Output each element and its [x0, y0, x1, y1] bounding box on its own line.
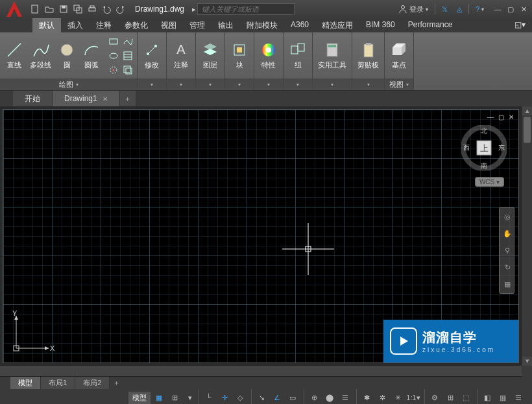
layout-tab-1[interactable]: 布局1	[41, 377, 75, 389]
dd-icon[interactable]: ▾	[183, 391, 197, 404]
lock-icon[interactable]: ⬚	[459, 391, 473, 404]
custom-icon[interactable]: ☰	[511, 391, 526, 404]
properties-button[interactable]: 特性	[257, 40, 280, 71]
help-icon[interactable]: ? ▾	[473, 4, 487, 14]
tab-featured[interactable]: 精选应用	[315, 18, 359, 32]
ws-icon[interactable]: ⚙	[428, 391, 442, 404]
tab-parametric[interactable]: 参数化	[118, 18, 154, 32]
new-tab-button[interactable]: ＋	[120, 91, 136, 106]
ribbon-collapse-icon[interactable]: ◱▾	[508, 18, 532, 32]
saveas-icon[interactable]	[71, 3, 84, 16]
undo-icon[interactable]	[100, 3, 113, 16]
anno-icon[interactable]: ✱	[359, 391, 374, 404]
clipboard-button[interactable]: 剪贴板	[355, 40, 381, 71]
tpy-icon[interactable]: ☰	[338, 391, 352, 404]
signin-button[interactable]: 登录 ▾	[396, 3, 431, 16]
ortho-icon[interactable]: └	[202, 391, 216, 404]
otrack-icon[interactable]: ∠	[270, 391, 284, 404]
lwt-icon[interactable]: ⬤	[322, 391, 337, 404]
new-icon[interactable]	[29, 3, 42, 16]
zoom-icon[interactable]: ⚲	[501, 244, 514, 257]
tab-output[interactable]: 输出	[212, 18, 240, 32]
redo-icon[interactable]	[114, 3, 127, 16]
dyn-icon[interactable]: ⊕	[307, 391, 321, 404]
open-icon[interactable]	[43, 3, 56, 16]
anno3-icon[interactable]: ✳	[391, 391, 405, 404]
tab-manage[interactable]: 管理	[183, 18, 212, 32]
spline-icon[interactable]	[121, 35, 134, 48]
save-icon[interactable]	[57, 3, 70, 16]
tab-insert[interactable]: 插入	[61, 18, 90, 32]
ribbon: 直线 多段线 圆 圆弧 绘图▾	[0, 32, 532, 91]
region-icon[interactable]	[121, 64, 134, 77]
tab-bim360[interactable]: BIM 360	[359, 18, 402, 32]
horizontal-scrollbar[interactable]	[0, 366, 522, 376]
pan-icon[interactable]: ✋	[501, 227, 514, 240]
wcs-badge[interactable]: WCS ▾	[475, 177, 504, 187]
rect-icon[interactable]	[107, 35, 120, 48]
tab-annotate[interactable]: 注释	[90, 18, 118, 32]
document-tab[interactable]: Drawing1✕	[53, 91, 120, 106]
fullnav-icon[interactable]: ◎	[501, 210, 514, 223]
block-button[interactable]: 块	[228, 40, 251, 71]
watermark-sub: zixue.3d66.com	[422, 346, 495, 353]
panel-label-view: 视图	[389, 80, 404, 89]
anno2-icon[interactable]: ✲	[375, 391, 389, 404]
orbit-icon[interactable]: ↻	[501, 261, 514, 274]
status-model[interactable]: 模型	[128, 392, 151, 404]
snap-toggle-icon[interactable]: ⊞	[167, 391, 182, 404]
vp-close-icon[interactable]: ✕	[507, 112, 516, 121]
play-icon	[390, 327, 417, 355]
svg-rect-5	[89, 8, 95, 11]
grid-toggle-icon[interactable]: ▦	[152, 391, 166, 404]
tab-performance[interactable]: Performance	[402, 18, 459, 32]
layout-add-button[interactable]: ＋	[110, 377, 123, 389]
tab-a360[interactable]: A360	[284, 18, 315, 32]
utilities-button[interactable]: 实用工具	[315, 40, 349, 71]
drawing-canvas[interactable]: — ▢ ✕ 北 南 东 西 上 WCS ▾ ◎ ✋ ⚲ ↻ ▦	[3, 109, 519, 363]
viewcube[interactable]: 北 南 东 西 上	[461, 125, 507, 171]
hatch-icon[interactable]	[121, 49, 134, 62]
svg-rect-28	[298, 43, 304, 51]
showmotion-icon[interactable]: ▦	[501, 278, 514, 291]
svg-rect-30	[328, 45, 336, 47]
clean-icon[interactable]: ▥	[496, 391, 510, 404]
modify-button[interactable]: 修改	[140, 40, 163, 71]
annotate-button[interactable]: A 注释	[169, 40, 193, 71]
vp-max-icon[interactable]: ▢	[496, 112, 505, 121]
tab-default[interactable]: 默认	[32, 18, 61, 32]
iso2-icon[interactable]: ◧	[480, 391, 494, 404]
tab-view[interactable]: 视图	[154, 18, 183, 32]
monitor-icon[interactable]: ⊞	[443, 391, 457, 404]
osnap-icon[interactable]: ↘	[254, 391, 269, 404]
circle-button[interactable]: 圆	[55, 40, 79, 71]
a360-icon[interactable]: ◬	[454, 4, 465, 15]
exchange-icon[interactable]: 𝕏	[439, 4, 450, 15]
point-icon[interactable]	[107, 64, 120, 77]
layout-tab-model[interactable]: 模型	[10, 377, 41, 389]
baseview-button[interactable]: 基点	[387, 40, 411, 71]
vp-min-icon[interactable]: —	[486, 112, 495, 121]
print-icon[interactable]	[86, 3, 99, 16]
svg-point-26	[266, 47, 271, 53]
polyline-button[interactable]: 多段线	[27, 40, 54, 71]
vertical-scrollbar[interactable]: ▴ ▾	[522, 106, 532, 366]
scale-icon[interactable]: 1:1▾	[406, 391, 420, 404]
tab-close-icon[interactable]: ✕	[103, 95, 108, 102]
polar-icon[interactable]: ✛	[217, 391, 232, 404]
ellipse-icon[interactable]	[107, 49, 120, 62]
layers-button[interactable]: 图层	[199, 40, 222, 71]
close-icon[interactable]: ✕	[518, 4, 529, 14]
line-button[interactable]: 直线	[3, 40, 26, 71]
arc-button[interactable]: 圆弧	[80, 40, 103, 71]
start-tab[interactable]: 开始	[13, 91, 53, 106]
snap3d-icon[interactable]: ▭	[285, 391, 300, 404]
iso-icon[interactable]: ◇	[233, 391, 247, 404]
search-input[interactable]	[197, 3, 295, 15]
maximize-icon[interactable]: ▢	[505, 4, 516, 14]
minimize-icon[interactable]: —	[492, 4, 503, 14]
group-button[interactable]: 组	[286, 40, 309, 71]
layout-tab-2[interactable]: 布局2	[75, 377, 110, 389]
svg-rect-0	[32, 5, 38, 13]
tab-addins[interactable]: 附加模块	[240, 18, 284, 32]
